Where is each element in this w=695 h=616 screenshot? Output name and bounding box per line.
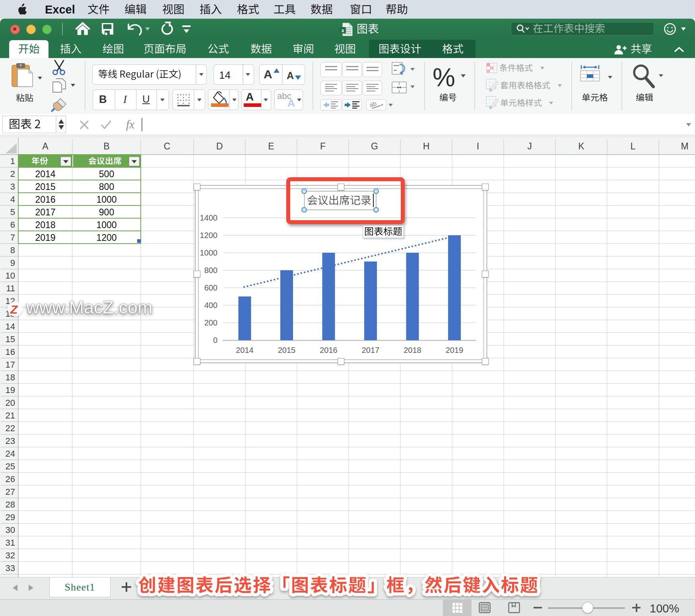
svg-text:2016: 2016 <box>320 346 338 354</box>
svg-text:14: 14 <box>6 322 15 331</box>
svg-text:23: 23 <box>6 436 15 446</box>
svg-text:2017: 2017 <box>362 346 380 354</box>
svg-text:28: 28 <box>6 500 15 509</box>
svg-text:8: 8 <box>10 245 15 255</box>
svg-text:1200: 1200 <box>200 231 218 240</box>
svg-text:200: 200 <box>204 318 217 327</box>
svg-text:0: 0 <box>213 336 217 345</box>
svg-text:6: 6 <box>10 220 15 230</box>
svg-text:16: 16 <box>6 347 15 357</box>
svg-text:30: 30 <box>6 525 15 535</box>
svg-text:E: E <box>268 141 274 151</box>
svg-text:G: G <box>371 141 378 151</box>
svg-text:31: 31 <box>6 538 15 548</box>
svg-text:24: 24 <box>6 449 15 459</box>
svg-text:800: 800 <box>204 266 217 275</box>
svg-text:A: A <box>42 141 49 151</box>
svg-text:1: 1 <box>10 156 15 166</box>
svg-text:3: 3 <box>10 182 15 192</box>
svg-text:15: 15 <box>6 334 15 344</box>
svg-text:L: L <box>631 141 636 151</box>
svg-text:32: 32 <box>6 550 15 560</box>
svg-text:26: 26 <box>6 474 15 484</box>
svg-text:21: 21 <box>6 411 15 420</box>
svg-text:29: 29 <box>6 512 15 522</box>
svg-text:1400: 1400 <box>200 213 218 222</box>
svg-text:25: 25 <box>6 461 15 471</box>
svg-text:2018: 2018 <box>404 346 421 354</box>
svg-text:18: 18 <box>6 372 15 382</box>
svg-text:J: J <box>527 141 532 151</box>
svg-text:10: 10 <box>6 271 15 281</box>
svg-text:17: 17 <box>6 360 15 370</box>
svg-text:x: x <box>341 27 344 33</box>
svg-text:2014: 2014 <box>236 346 254 354</box>
svg-text:33: 33 <box>6 563 15 573</box>
svg-text:4: 4 <box>10 194 15 204</box>
svg-text:400: 400 <box>204 301 217 310</box>
svg-text:2019: 2019 <box>446 346 464 354</box>
svg-text:C: C <box>164 141 171 151</box>
svg-text:27: 27 <box>6 487 15 497</box>
svg-text:9: 9 <box>10 258 15 268</box>
svg-text:H: H <box>423 141 430 151</box>
svg-text:600: 600 <box>204 283 217 292</box>
svg-text:7: 7 <box>10 232 15 242</box>
svg-text:K: K <box>578 141 584 151</box>
svg-text:19: 19 <box>6 385 15 395</box>
svg-text:20: 20 <box>6 398 15 408</box>
svg-text:2015: 2015 <box>278 346 296 354</box>
svg-text:2: 2 <box>10 169 15 179</box>
svg-text:M: M <box>681 141 688 151</box>
svg-text:1000: 1000 <box>200 248 218 257</box>
svg-text:I: I <box>477 141 479 151</box>
svg-text:5: 5 <box>10 207 15 217</box>
svg-text:F: F <box>320 141 326 151</box>
svg-text:B: B <box>103 141 109 151</box>
svg-text:D: D <box>216 141 223 151</box>
svg-text:11: 11 <box>6 283 15 293</box>
svg-text:22: 22 <box>6 423 15 433</box>
